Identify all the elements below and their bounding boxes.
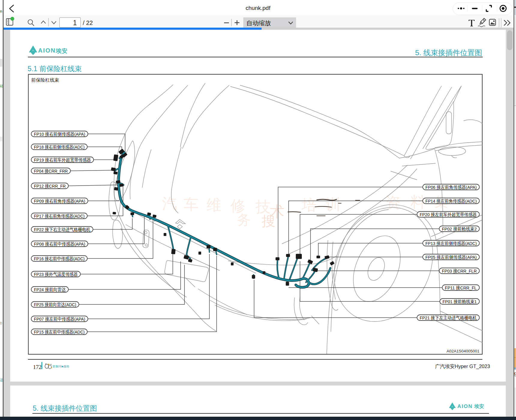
svg-text:A02A1S04005001: A02A1S04005001	[446, 349, 479, 353]
svg-text:FP21 接下左主动进气格栅电机: FP21 接下左主动进气格栅电机	[420, 315, 477, 320]
svg-text:FP03 接CRR_FLR: FP03 接CRR_FLR	[442, 268, 477, 273]
svg-text:FP23 接外气温度传感器: FP23 接外气温度传感器	[34, 272, 78, 277]
svg-text:务: 务	[237, 212, 251, 228]
svg-text:资: 资	[386, 194, 400, 211]
svg-text:FP07 接左前中传感器(APA): FP07 接左前中传感器(APA)	[34, 316, 85, 322]
svg-text:FP06 接左前角传感器(APA): FP06 接左前角传感器(APA)	[425, 185, 477, 190]
svg-text:FP14 接左前角传感器(ADC): FP14 接左前角传感器(ADC)	[425, 198, 477, 204]
svg-text:FP10 接右前侧传感器(APA): FP10 接右前侧传感器(APA)	[34, 131, 85, 137]
svg-text:AION: AION	[458, 403, 473, 409]
svg-text:FP02 接前舱线束2: FP02 接前舱线束2	[442, 226, 477, 231]
svg-text:FP20 接左前车外超宽带传感器: FP20 接左前车外超宽带传感器	[420, 212, 477, 217]
svg-text:搜: 搜	[262, 213, 275, 229]
svg-text:FP24 接前向雷达: FP24 接前向雷达	[34, 287, 66, 292]
svg-text:训: 训	[326, 196, 340, 213]
svg-text:埃安: 埃安	[56, 48, 68, 54]
svg-text:FP18 接右前侧传感器(ADC): FP18 接右前侧传感器(ADC)	[34, 144, 85, 150]
svg-text:FP22 接下右主动进气格栅电机: FP22 接下右主动进气格栅电机	[34, 227, 90, 232]
svg-text:前保险杠线束: 前保险杠线束	[31, 77, 59, 83]
svg-text:FP04 接CRR_FRR: FP04 接CRR_FRR	[34, 168, 68, 174]
svg-text:FP17 接右前角传感器(ADC): FP17 接右前角传感器(ADC)	[34, 213, 85, 219]
svg-text:车: 车	[184, 196, 199, 213]
svg-text:FP13 接左前侧传感器(ADC): FP13 接左前侧传感器(ADC)	[425, 241, 477, 246]
svg-text:AION: AION	[38, 47, 56, 54]
svg-text:培: 培	[301, 197, 316, 213]
svg-text:FP11 接CRR_FL: FP11 接CRR_FL	[445, 285, 477, 290]
svg-text:FP12 接CRR_FR: FP12 接CRR_FR	[34, 183, 66, 189]
svg-text:FP15 接左前中传感器(ADC): FP15 接左前中传感器(ADC)	[34, 329, 85, 334]
svg-text:FP19 接右前车外超宽带传感器: FP19 接右前车外超宽带传感器	[34, 157, 91, 162]
svg-text:FP05 接左前侧传感器(APA): FP05 接左前侧传感器(APA)	[425, 255, 477, 260]
svg-text:维: 维	[206, 197, 221, 213]
svg-text:FP16 接右前中传感器(ADC): FP16 接右前中传感器(ADC)	[34, 256, 85, 261]
svg-text:FP01 接前舱线束1: FP01 接前舱线束1	[442, 299, 477, 304]
svg-text:FP25 接前向雷达(ADC): FP25 接前向雷达(ADC)	[34, 302, 76, 307]
svg-text:技: 技	[255, 198, 271, 215]
svg-text:FP09 接右前角传感器(APA): FP09 接右前角传感器(APA)	[34, 198, 85, 204]
svg-text:埃安: 埃安	[474, 403, 484, 409]
svg-text:FP08 接右前中传感器(APA): FP08 接右前中传感器(APA)	[34, 241, 85, 246]
